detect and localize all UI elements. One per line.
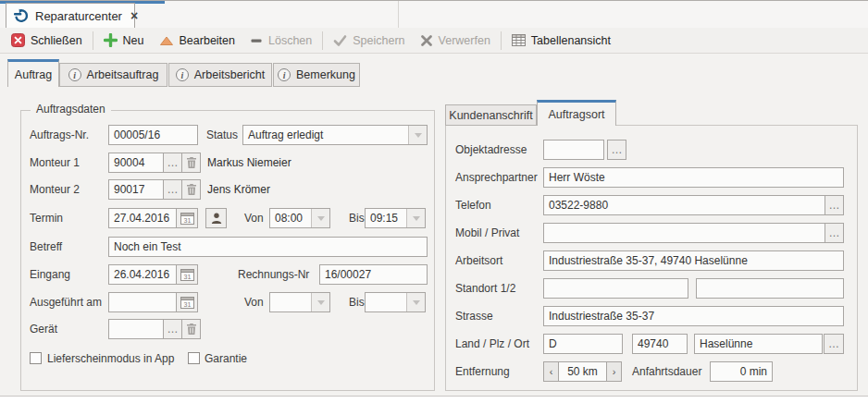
termin-date-input[interactable]: [108, 208, 177, 228]
monteur2-name: Jens Krömer: [207, 179, 270, 200]
monteur2-clear-button[interactable]: [181, 179, 201, 200]
entfernung-label: Entfernung: [455, 361, 510, 382]
objektadresse-label: Objektadresse: [455, 140, 527, 160]
table-view-button[interactable]: Tabellenansicht: [504, 30, 618, 52]
save-button[interactable]: Speichern: [326, 30, 412, 52]
close-red-icon: [11, 33, 25, 47]
rechnungs-nr-label: Rechnungs-Nr: [238, 264, 309, 285]
tab-kundenanschrift[interactable]: Kundenanschrift: [445, 104, 537, 126]
ellipsis-icon: …: [167, 157, 179, 168]
tab-auftrag-label: Auftrag: [15, 68, 52, 81]
monteur2-input[interactable]: [108, 179, 164, 200]
strasse-input[interactable]: [543, 306, 844, 326]
mobil-input[interactable]: [543, 223, 825, 243]
eingang-calendar-button[interactable]: 31: [176, 264, 198, 285]
objektadresse-input[interactable]: [543, 140, 604, 160]
close-button[interactable]: Schließen: [4, 30, 90, 52]
arbeitsort-label: Arbeitsort: [455, 250, 502, 271]
standort1-input[interactable]: [543, 278, 688, 299]
garantie-checkbox[interactable]: [188, 352, 200, 364]
ausgefuehrt-bis-dropdown[interactable]: [365, 292, 426, 312]
termin-bis-dropdown[interactable]: 09:15: [365, 208, 426, 228]
edit-button[interactable]: Bearbeiten: [152, 30, 242, 52]
termin-calendar-button[interactable]: 31: [176, 208, 198, 228]
telefon-input[interactable]: [543, 195, 825, 215]
termin-von-label: Von: [244, 208, 264, 228]
geraet-input[interactable]: [108, 319, 164, 339]
tab-close-icon[interactable]: ×: [130, 9, 138, 22]
reparaturcenter-window: Reparaturcenter × Schließen Neu Bearbeit…: [0, 0, 868, 403]
tab-auftrag[interactable]: Auftrag: [7, 59, 59, 87]
mobil-lookup-button[interactable]: …: [825, 223, 844, 243]
tab-bemerkung-label: Bemerkung: [296, 68, 355, 81]
chevron-down-icon[interactable]: [406, 209, 425, 227]
ausgefuehrt-von-value: [270, 293, 311, 311]
chevron-down-icon[interactable]: [406, 293, 425, 311]
termin-von-dropdown[interactable]: 08:00: [269, 208, 330, 228]
document-tab-reparaturcenter[interactable]: Reparaturcenter ×: [6, 3, 135, 28]
x-icon: [420, 34, 433, 47]
ansprechpartner-label: Ansprechpartner: [455, 167, 538, 188]
termin-bis-value: 09:15: [366, 209, 406, 227]
geraet-lookup-button[interactable]: …: [163, 319, 182, 339]
discard-button-label: Verwerfen: [439, 34, 490, 47]
lieferschein-checkbox[interactable]: [30, 352, 42, 364]
rechnungs-nr-input[interactable]: [319, 264, 428, 285]
svg-text:31: 31: [183, 217, 191, 224]
ort-lookup-button[interactable]: …: [824, 334, 844, 354]
document-tab-bar: Reparaturcenter ×: [0, 1, 868, 28]
land-input[interactable]: [543, 334, 623, 354]
person-icon: [210, 212, 223, 225]
tabstrip-divider: [398, 1, 399, 28]
ausgefuehrt-date-input[interactable]: [108, 292, 177, 312]
plus-icon: [104, 33, 118, 47]
standort2-input[interactable]: [696, 278, 844, 299]
tab-arbeitsauftrag[interactable]: i Arbeitsauftrag: [59, 63, 167, 87]
calendar-icon: 31: [180, 268, 194, 281]
discard-button[interactable]: Verwerfen: [413, 30, 498, 52]
status-dropdown[interactable]: Auftrag erledigt: [242, 125, 428, 145]
auftrags-nr-input[interactable]: [108, 125, 198, 145]
entfernung-decrement-button[interactable]: ‹: [543, 361, 559, 382]
minus-icon: [250, 34, 263, 47]
arbeitsort-input[interactable]: [543, 250, 844, 271]
new-button[interactable]: Neu: [96, 30, 152, 52]
entfernung-increment-button[interactable]: ›: [606, 361, 622, 382]
ansprechpartner-input[interactable]: [543, 167, 844, 188]
betreff-input[interactable]: [108, 237, 428, 257]
chevron-down-icon[interactable]: [408, 126, 427, 144]
reparaturcenter-icon: [14, 8, 29, 23]
plz-input[interactable]: [632, 334, 688, 354]
ort-input[interactable]: [694, 334, 823, 354]
termin-person-button[interactable]: [205, 208, 227, 228]
geraet-clear-button[interactable]: [181, 319, 201, 339]
objektadresse-lookup-button[interactable]: …: [607, 140, 626, 160]
tab-auftragsort[interactable]: Auftragsort: [537, 100, 616, 126]
monteur1-name: Markus Niemeier: [207, 153, 291, 173]
ellipsis-icon: …: [612, 144, 623, 155]
eingang-date-input[interactable]: [108, 264, 177, 285]
calendar-icon: 31: [180, 212, 194, 225]
lieferschein-checkbox-label: Lieferscheinmodus in App: [47, 348, 174, 369]
monteur1-input[interactable]: [108, 153, 164, 173]
groupbox-title: Auftragsdaten: [31, 103, 111, 116]
anfahrtsdauer-label: Anfahrtsdauer: [632, 361, 701, 382]
status-value: Auftrag erledigt: [243, 126, 408, 144]
anfahrtsdauer-input[interactable]: [710, 361, 773, 382]
info-icon: i: [68, 68, 81, 81]
monteur1-clear-button[interactable]: [181, 153, 201, 173]
delete-button[interactable]: Löschen: [242, 30, 319, 52]
tab-bemerkung[interactable]: i Bemerkung: [273, 63, 360, 87]
chevron-down-icon[interactable]: [311, 209, 329, 227]
tab-arbeitsbericht-label: Arbeitsbericht: [194, 68, 265, 81]
tab-arbeitsbericht[interactable]: i Arbeitsbericht: [168, 63, 272, 87]
ausgefuehrt-calendar-button[interactable]: 31: [176, 292, 198, 312]
ausgefuehrt-von-dropdown[interactable]: [269, 292, 330, 312]
monteur1-lookup-button[interactable]: …: [163, 153, 182, 173]
chevron-down-icon[interactable]: [311, 293, 329, 311]
monteur2-lookup-button[interactable]: …: [163, 179, 182, 200]
entfernung-input[interactable]: [558, 361, 607, 382]
trash-icon: [187, 324, 196, 335]
tab-kundenanschrift-label: Kundenanschrift: [449, 109, 532, 122]
telefon-lookup-button[interactable]: …: [825, 195, 844, 215]
